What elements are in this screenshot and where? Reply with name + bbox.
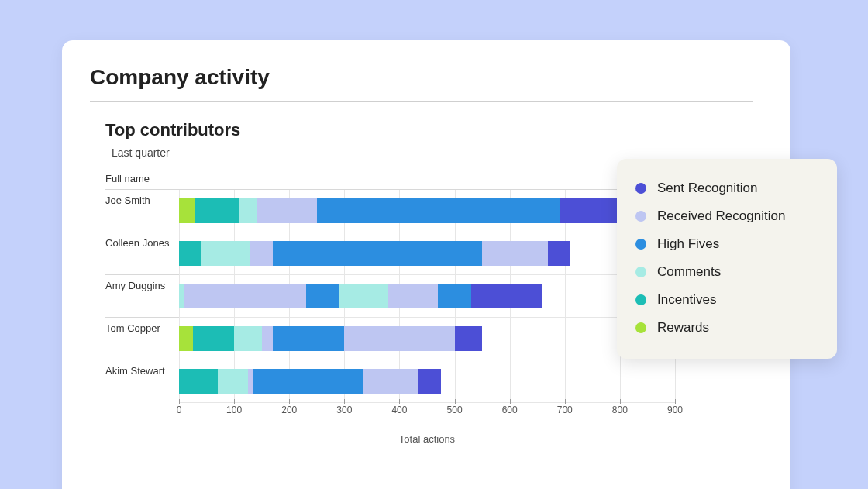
chart-title: Top contributors (105, 120, 753, 140)
x-axis: 0100200300400500600700800900 Total actio… (179, 402, 675, 445)
bar-segment (234, 326, 262, 351)
bars-area (179, 189, 675, 402)
tick-label: 400 (391, 405, 407, 415)
page-title: Company activity (90, 65, 753, 102)
bar-segment (273, 241, 482, 266)
bar-segment (306, 284, 339, 308)
stacked-bar (179, 284, 542, 308)
category-label: Akim Stewart (105, 360, 179, 402)
bar-segment (548, 241, 570, 266)
bar-row (179, 275, 675, 318)
tick-mark (620, 399, 621, 404)
chart-subtitle: Last quarter (112, 146, 753, 159)
bar-segment (363, 369, 418, 394)
bar-segment (179, 369, 218, 394)
tick-label: 200 (281, 405, 297, 415)
bar-segment (317, 198, 560, 223)
bar-segment (438, 284, 471, 308)
category-label: Colleen Jones (105, 232, 179, 274)
bar-row (179, 318, 675, 360)
bar-segment (455, 326, 483, 351)
tick-mark (289, 399, 290, 404)
legend-swatch (636, 267, 646, 277)
category-label: Joe Smith (105, 189, 179, 232)
stacked-bar (179, 326, 482, 351)
legend-label: High Fives (657, 236, 719, 252)
tick-mark (399, 399, 400, 404)
tick-mark (234, 399, 235, 404)
bar-segment (179, 198, 195, 223)
legend-item: Incentives (636, 286, 818, 314)
x-axis-ticks: 0100200300400500600700800900 (179, 402, 675, 418)
tick-mark (455, 399, 456, 404)
y-axis-categories: Joe SmithColleen JonesAmy DugginsTom Cop… (105, 189, 179, 402)
x-axis-label: Total actions (179, 433, 675, 445)
legend-label: Sent Recognition (657, 181, 757, 196)
legend-item: Comments (636, 258, 818, 286)
bar-row (179, 360, 675, 403)
bar-segment (262, 326, 273, 351)
category-label: Amy Duggins (105, 274, 179, 317)
legend-popover: Sent RecognitionReceived RecognitionHigh… (617, 159, 837, 359)
stacked-bar (179, 241, 570, 266)
bar-segment (179, 284, 184, 308)
legend-label: Rewards (657, 320, 709, 336)
legend-item: Sent Recognition (636, 174, 818, 202)
tick-label: 800 (612, 405, 628, 415)
tick-label: 700 (557, 405, 573, 415)
bar-segment (195, 198, 239, 223)
legend-swatch (636, 294, 646, 305)
tick-label: 900 (667, 405, 683, 415)
legend-label: Received Recognition (657, 208, 785, 224)
bar-segment (201, 241, 250, 266)
category-label: Tom Copper (105, 317, 179, 360)
bar-segment (273, 326, 344, 351)
tick-label: 500 (447, 405, 463, 415)
legend-swatch (636, 183, 646, 194)
tick-mark (565, 399, 566, 404)
bar-segment (257, 198, 317, 223)
bar-row (179, 232, 675, 275)
bar-segment (482, 241, 548, 266)
stacked-bar (179, 198, 620, 223)
legend-label: Comments (657, 264, 721, 280)
tick-mark (510, 399, 511, 404)
bar-segment (179, 241, 201, 266)
bar-segment (388, 284, 438, 308)
bar-segment (250, 241, 272, 266)
tick-label: 100 (226, 405, 242, 415)
bar-segment (344, 326, 454, 351)
bar-segment (193, 326, 234, 351)
tick-mark (179, 399, 180, 404)
legend-label: Incentives (657, 292, 717, 308)
legend-item: Rewards (636, 314, 818, 342)
tick-mark (675, 399, 676, 404)
tick-label: 0 (177, 405, 182, 415)
legend-item: Received Recognition (636, 202, 818, 230)
bar-segment (179, 326, 193, 351)
bar-segment (248, 369, 253, 394)
legend-item: High Fives (636, 230, 818, 258)
legend-swatch (636, 211, 646, 222)
bar-segment (418, 369, 440, 394)
tick-label: 300 (336, 405, 352, 415)
tick-label: 600 (502, 405, 518, 415)
bar-segment (239, 198, 256, 223)
tick-mark (344, 399, 345, 404)
stacked-bar (179, 369, 441, 394)
bar-segment (218, 369, 248, 394)
bar-segment (184, 284, 305, 308)
bar-segment (560, 198, 620, 223)
bar-row (179, 190, 675, 232)
bar-segment (471, 284, 542, 308)
bar-segment (253, 369, 363, 394)
bar-segment (339, 284, 388, 308)
legend-swatch (636, 322, 646, 333)
legend-swatch (636, 239, 646, 250)
